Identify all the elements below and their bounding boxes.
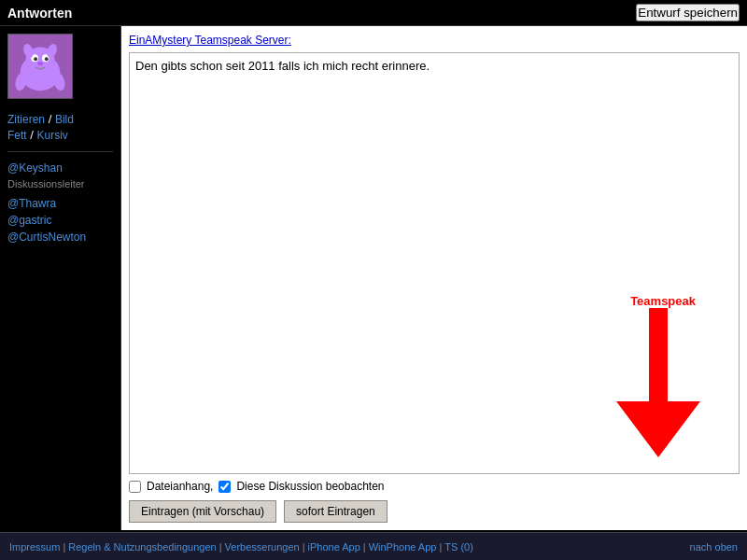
kursiv-link[interactable]: Kursiv: [37, 129, 68, 142]
footer-impressum[interactable]: Impressum: [9, 541, 60, 553]
mention-keyshan[interactable]: @Keyshan: [7, 161, 113, 175]
svg-point-6: [45, 57, 49, 61]
content-area: EinAMystery Teamspeak Server: Den gibts …: [121, 26, 747, 530]
mention-gastric[interactable]: @gastric: [7, 214, 113, 227]
formatting-links: Zitieren / Bild Fett / Kursiv: [7, 112, 113, 142]
footer-right: nach oben: [690, 541, 738, 553]
zitieren-link[interactable]: Zitieren: [7, 113, 45, 126]
buttons-row: Eintragen (mit Vorschau) sofort Eintrage…: [129, 500, 740, 523]
sidebar-divider: [7, 151, 113, 152]
formatting-row-1: Zitieren / Bild: [7, 112, 113, 126]
fett-link[interactable]: Fett: [7, 129, 27, 142]
top-bar: Antworten Entwurf speichern: [0, 0, 747, 26]
back-to-top-link[interactable]: nach oben: [690, 541, 738, 553]
page-title: Antworten: [7, 6, 72, 21]
keyshan-role: Diskussionsleiter: [7, 178, 113, 189]
teamspeak-server-link[interactable]: EinAMystery Teamspeak Server:: [129, 34, 740, 47]
submit-button[interactable]: sofort Eintragen: [284, 500, 388, 523]
svg-point-5: [34, 57, 37, 61]
footer-verbesserungen[interactable]: Verbesserungen: [225, 541, 300, 553]
mention-curtisnewton[interactable]: @CurtisNewton: [7, 231, 113, 244]
svg-point-9: [37, 62, 43, 65]
attachment-label: Dateianhang,: [147, 480, 213, 493]
formatting-row-2: Fett / Kursiv: [7, 128, 113, 142]
footer-iphone-app[interactable]: iPhone App: [308, 541, 360, 553]
footer-winphone-app[interactable]: WinPhone App: [369, 541, 437, 553]
watch-checkbox[interactable]: [218, 481, 231, 493]
watch-label: Diese Diskussion beobachten: [236, 480, 384, 493]
bild-link[interactable]: Bild: [55, 113, 74, 126]
checkbox-row: Dateianhang, Diese Diskussion beobachten: [129, 480, 740, 493]
draft-save-button[interactable]: Entwurf speichern: [636, 4, 740, 21]
footer-ts[interactable]: TS (0): [444, 541, 473, 553]
reply-textarea[interactable]: Den gibts schon seit 2011 falls ich mich…: [129, 52, 740, 474]
footer-links: Impressum | Regeln & Nutzungsbedingungen…: [9, 541, 473, 553]
main-layout: Zitieren / Bild Fett / Kursiv @Keyshan D…: [0, 26, 747, 530]
footer-regeln[interactable]: Regeln & Nutzungsbedingungen: [68, 541, 216, 553]
mention-thawra[interactable]: @Thawra: [7, 197, 113, 210]
avatar-image: [8, 34, 72, 99]
preview-button[interactable]: Eintragen (mit Vorschau): [129, 500, 276, 523]
attachment-checkbox[interactable]: [129, 481, 141, 493]
sidebar: Zitieren / Bild Fett / Kursiv @Keyshan D…: [0, 26, 121, 530]
footer: Impressum | Regeln & Nutzungsbedingungen…: [0, 532, 747, 560]
avatar: [7, 34, 73, 99]
